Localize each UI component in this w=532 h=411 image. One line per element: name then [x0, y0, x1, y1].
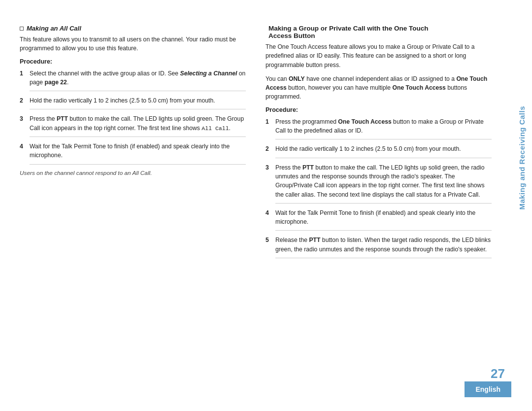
- main-content: Making an All Call This feature allows y…: [0, 0, 511, 411]
- page-number: 27: [491, 366, 505, 381]
- left-column: Making an All Call This feature allows y…: [20, 25, 246, 263]
- ota-bold3: One Touch Access: [338, 118, 391, 125]
- page-ref: page 22: [45, 79, 67, 86]
- side-tab: Making and Receiving Calls: [511, 0, 532, 315]
- only-bold: ONLY: [289, 75, 305, 82]
- list-item: Wait for the Talk Permit Tone to finish …: [266, 208, 492, 231]
- left-section-heading: Making an All Call: [20, 25, 246, 32]
- two-column-layout: Making an All Call This feature allows y…: [20, 25, 492, 263]
- right-intro2: You can ONLY have one channel independen…: [266, 74, 492, 102]
- left-note: Users on the channel cannot respond to a…: [20, 170, 246, 176]
- list-item: Hold the radio vertically 1 to 2 inches …: [266, 144, 492, 158]
- ptt-bold3: PTT: [309, 237, 320, 243]
- bullet-icon-left: [20, 27, 24, 31]
- left-procedure-label: Procedure:: [20, 58, 246, 65]
- right-column: Making a Group or Private Call with the …: [266, 25, 492, 263]
- side-tab-label: Making and Receiving Calls: [518, 106, 526, 210]
- ptt-bold2: PTT: [302, 164, 314, 171]
- page: Making and Receiving Calls Making an All…: [0, 0, 532, 411]
- list-item: Hold the radio vertically 1 to 2 inches …: [20, 96, 246, 109]
- list-item: Press the PTT button to make the call. T…: [266, 163, 492, 204]
- left-intro: This feature allows you to transmit to a…: [20, 35, 246, 53]
- right-heading-text: Making a Group or Private Call with the …: [268, 25, 429, 39]
- list-item: Press the programmed One Touch Access bu…: [266, 117, 492, 140]
- right-section-heading: Making a Group or Private Call with the …: [266, 25, 492, 39]
- ptt-bold: PTT: [57, 115, 68, 122]
- list-item: Release the PTT button to listen. When t…: [266, 236, 492, 258]
- language-badge: English: [465, 381, 511, 397]
- list-item: Press the PTT button to make the call. T…: [20, 114, 246, 137]
- code-allcall: All Call: [201, 125, 229, 132]
- right-intro1: The One Touch Access feature allows you …: [266, 42, 492, 69]
- left-steps: Select the channel with the active group…: [20, 69, 246, 165]
- list-item: Wait for the Talk Permit Tone to finish …: [20, 142, 246, 165]
- ota-bold2: One Touch Access: [392, 84, 445, 91]
- left-heading-text: Making an All Call: [27, 25, 81, 32]
- link-text: Selecting a Channel: [180, 70, 237, 77]
- list-item: Select the channel with the active group…: [20, 69, 246, 92]
- right-steps: Press the programmed One Touch Access bu…: [266, 117, 492, 258]
- right-procedure-label: Procedure:: [266, 106, 492, 113]
